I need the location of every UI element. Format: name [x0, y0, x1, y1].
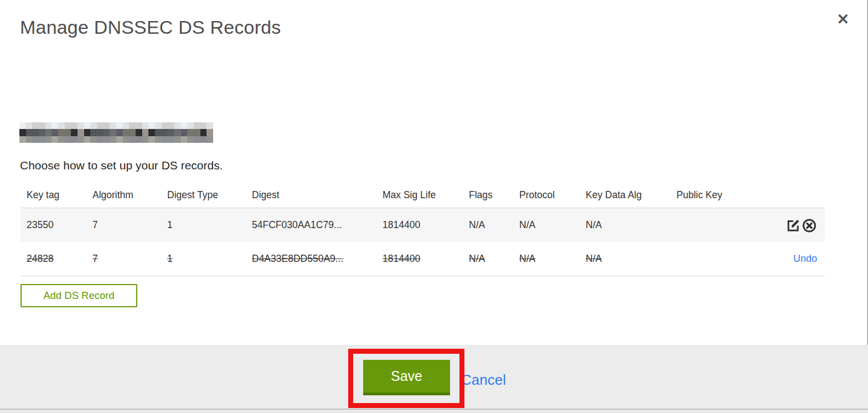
column-header-max-sig-life: Max Sig Life	[383, 189, 469, 201]
cell-flags: N/A	[469, 219, 519, 231]
cell-digest-type: 1	[167, 253, 252, 265]
edit-icon	[786, 218, 801, 233]
intro-text: Choose how to set up your DS records.	[20, 159, 223, 172]
cell-digest: D4A33E8DD550A9...	[252, 253, 383, 265]
column-header-public-key: Public Key	[676, 189, 754, 201]
column-header-key-tag: Key tag	[27, 189, 92, 201]
cell-digest-type: 1	[167, 219, 252, 231]
close-icon[interactable]: ✕	[836, 12, 849, 27]
table-row-deleted: 24828 7 1 D4A33E8DD550A9... 1814400 N/A …	[20, 242, 825, 276]
cell-key-data-alg: N/A	[586, 253, 676, 265]
edit-record-button[interactable]	[786, 218, 801, 233]
cell-key-tag: 24828	[27, 253, 92, 265]
row-actions: Undo	[754, 253, 825, 265]
cell-algorithm: 7	[92, 219, 167, 231]
circle-x-icon	[802, 218, 817, 233]
cell-protocol: N/A	[519, 219, 586, 231]
column-header-flags: Flags	[469, 189, 519, 201]
column-header-protocol: Protocol	[519, 189, 586, 201]
table-header-row: Key tag Algorithm Digest Type Digest Max…	[20, 183, 825, 208]
undo-link[interactable]: Undo	[793, 253, 817, 265]
cell-protocol: N/A	[519, 253, 586, 265]
footer-bottom-strip	[0, 410, 868, 413]
cell-key-data-alg: N/A	[586, 219, 676, 231]
cell-flags: N/A	[469, 253, 519, 265]
cell-key-tag: 23550	[27, 219, 92, 231]
add-ds-record-button[interactable]: Add DS Record	[20, 284, 137, 307]
save-button[interactable]: Save	[363, 360, 450, 395]
column-header-digest: Digest	[252, 189, 383, 201]
delete-record-button[interactable]	[802, 218, 817, 233]
ds-records-table: Key tag Algorithm Digest Type Digest Max…	[20, 183, 825, 276]
column-header-digest-type: Digest Type	[167, 189, 252, 201]
page-title: Manage DNSSEC DS Records	[20, 17, 281, 38]
cell-max-sig-life: 1814400	[383, 219, 469, 231]
cell-algorithm: 7	[92, 253, 167, 265]
column-header-key-data-alg: Key Data Alg	[586, 189, 676, 201]
redacted-domain-name	[19, 122, 213, 143]
cell-digest: 54FCF030AA1C79...	[252, 219, 383, 231]
cancel-link[interactable]: Cancel	[461, 371, 506, 389]
row-actions	[754, 218, 825, 233]
column-header-algorithm: Algorithm	[92, 189, 167, 201]
cell-max-sig-life: 1814400	[383, 253, 469, 265]
table-row: 23550 7 1 54FCF030AA1C79... 1814400 N/A …	[20, 208, 825, 242]
